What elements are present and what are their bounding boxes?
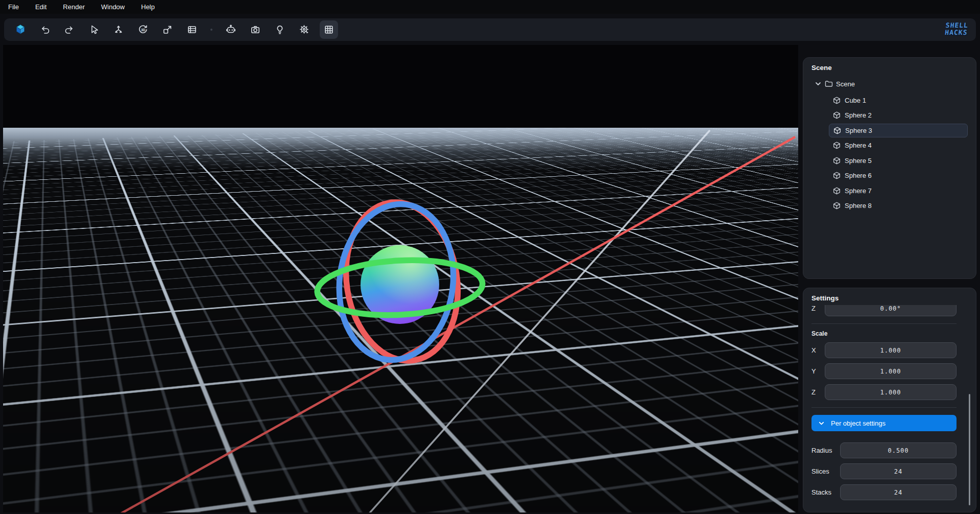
undo-icon [40,25,50,35]
radius-label: Radius [811,447,840,454]
camera-icon [250,25,260,35]
menu-help[interactable]: Help [139,2,157,12]
tree-root-label: Scene [836,80,855,88]
gear-icon [299,24,310,35]
list-view-button[interactable] [183,20,201,39]
rotation-z-row: Z 0.00° [811,305,957,316]
menu-window[interactable]: Window [99,2,127,12]
screenshot-camera-button[interactable] [246,20,265,39]
scale-icon [162,25,173,35]
app-logo-cube-icon [14,24,27,36]
scene-tree: Scene Cube 1 Sphere 2 Sphere 3 Sphere 4 … [811,76,968,213]
svg-text:3D: 3D [141,28,146,32]
scale-z-input[interactable]: 1.000 [825,384,957,400]
move-axes-icon [113,25,124,35]
list-view-icon [187,25,197,35]
scene-hierarchy-panel: Scene Scene Cube 1 Sphere 2 Sphere 3 Sph… [803,57,976,279]
redo-icon [64,25,75,35]
assistant-robot-button[interactable] [222,20,240,39]
cube-icon [833,97,841,104]
cube-icon [833,142,841,149]
move-tool-button[interactable] [109,20,128,39]
radius-row: Radius 0.500 [811,442,957,458]
slices-label: Slices [811,468,840,475]
folder-icon [825,80,833,88]
tree-item-label: Cube 1 [845,97,866,104]
menu-edit[interactable]: Edit [33,2,49,12]
tree-item-label: Sphere 8 [845,202,872,209]
scale-section-label: Scale [811,330,957,337]
toolbar: 3D [4,18,976,41]
menu-render[interactable]: Render [61,2,87,12]
cursor-icon [89,25,99,35]
tree-item-sphere-6[interactable]: Sphere 6 [829,169,968,182]
select-cursor-button[interactable] [85,20,103,39]
selected-object-gizmo [3,45,798,512]
cube-icon [833,127,841,134]
menu-bar: File Edit Render Window Help [0,0,980,14]
radius-input[interactable]: 0.500 [840,442,957,458]
stacks-row: Stacks 24 [811,484,957,500]
tree-item-label: Sphere 4 [845,142,872,149]
scale-tool-button[interactable] [158,20,177,39]
redo-button[interactable] [60,20,79,39]
tree-item-cube-1[interactable]: Cube 1 [829,94,968,107]
slices-input[interactable]: 24 [840,463,957,479]
scale-y-input[interactable]: 1.000 [825,363,957,379]
tree-item-label: Sphere 5 [845,157,872,165]
scene-panel-title: Scene [811,64,968,72]
undo-button[interactable] [36,20,54,39]
slices-row: Slices 24 [811,463,957,479]
viewport-3d-canvas[interactable] [3,45,798,512]
grid-view-button[interactable] [320,20,338,39]
cube-icon [833,157,841,165]
settings-gear-button[interactable] [295,20,314,39]
settings-scrollbar-thumb[interactable] [969,394,970,505]
tree-item-sphere-4[interactable]: Sphere 4 [829,138,968,152]
tree-item-sphere-3-selected[interactable]: Sphere 3 [829,124,968,137]
menu-file[interactable]: File [6,2,21,12]
settings-scroll-area[interactable]: Z 0.00° Scale X 1.000 Y 1.000 Z 1.000 Pe… [811,305,968,508]
rotation-z-input[interactable]: 0.00° [825,305,957,316]
chevron-down-icon [818,420,825,427]
cube-icon [833,111,841,119]
scale-z-label: Z [811,388,825,396]
per-object-settings-button[interactable]: Per object settings [811,415,957,431]
tree-item-sphere-2[interactable]: Sphere 2 [829,108,968,122]
section-divider [811,407,957,408]
section-divider [811,323,957,324]
rotate-3d-button[interactable]: 3D [134,20,152,39]
cube-icon [833,187,841,195]
tree-item-sphere-8[interactable]: Sphere 8 [829,199,968,213]
tree-item-sphere-7[interactable]: Sphere 7 [829,184,968,198]
toolbar-separator-dot [210,29,212,31]
scale-x-label: X [811,346,825,354]
light-toggle-button[interactable] [271,20,289,39]
robot-icon [225,24,236,35]
tree-item-label: Sphere 2 [845,111,872,119]
stacks-label: Stacks [811,488,840,496]
settings-panel: Settings Z 0.00° Scale X 1.000 Y 1.000 Z… [803,288,976,512]
scale-z-row: Z 1.000 [811,384,957,400]
tree-item-label: Sphere 6 [845,172,872,179]
tree-item-label: Sphere 7 [845,187,872,195]
grid-icon [324,25,334,35]
lightbulb-icon [275,25,285,35]
brand-line1: SHELL [945,22,969,29]
tree-root-scene[interactable]: Scene [811,76,968,92]
chevron-down-icon[interactable] [815,80,822,87]
brand-line2: HACKS [944,29,968,36]
scale-x-row: X 1.000 [811,342,957,358]
stacks-input[interactable]: 24 [840,484,957,500]
settings-panel-title: Settings [811,294,968,302]
scale-x-input[interactable]: 1.000 [825,342,957,358]
scale-y-row: Y 1.000 [811,363,957,379]
cube-icon [833,202,841,209]
tree-item-sphere-5[interactable]: Sphere 5 [829,154,968,168]
tree-item-label: Sphere 3 [845,127,872,134]
cube-icon [833,172,841,179]
app-logo [11,20,30,39]
rotate-3d-icon: 3D [137,24,149,35]
scale-y-label: Y [811,367,825,375]
rotation-z-label: Z [811,305,825,312]
